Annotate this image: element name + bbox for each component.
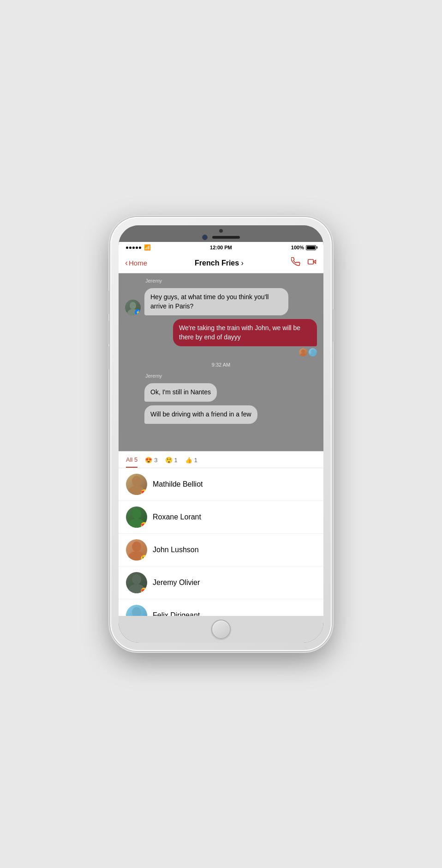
signal-dot <box>129 247 131 249</box>
user-name-mathilde: Mathilde Belliot <box>153 480 203 488</box>
reaction-emoji-jeremy: 😍 <box>140 588 147 593</box>
message-row-received-3: Will be driving with a friend in a few <box>125 405 317 424</box>
list-item[interactable]: 😲 John Lushson <box>119 534 323 567</box>
svg-rect-0 <box>308 259 314 264</box>
status-bar: 📶 12:00 PM 100% <box>119 242 323 253</box>
reactions-panel: All 5 😍 3 😲 1 👍 1 <box>119 451 323 616</box>
video-call-icon[interactable] <box>307 257 317 269</box>
home-button-area <box>119 616 323 643</box>
message-row-received-1: ⚡ Hey guys, at what time do you think yo… <box>125 288 317 315</box>
svg-point-2 <box>130 302 136 309</box>
wifi-icon: 📶 <box>144 244 151 251</box>
phone-top-bar <box>119 225 323 242</box>
svg-point-5 <box>300 353 306 356</box>
svg-point-8 <box>132 476 141 486</box>
message-bubble-received-1: Hey guys, at what time do you think you'… <box>144 288 288 315</box>
user-name-roxane: Roxane Lorant <box>153 513 201 521</box>
phone-frame: 📶 12:00 PM 100% ‹ Home French Fries › <box>110 217 332 651</box>
user-name-felix: Felix Dirigeant <box>153 611 200 616</box>
camera-dot <box>219 229 223 233</box>
tab-all[interactable]: All 5 <box>126 456 137 468</box>
tab-love[interactable]: 😍 3 <box>145 457 157 467</box>
battery-fill <box>307 246 315 249</box>
speaker-grille <box>212 236 240 239</box>
chat-area: Jeremy ⚡ Hey guys, at what time do you t… <box>119 273 323 451</box>
message-bubble-received-2: Ok, I'm still in Nantes <box>144 383 217 402</box>
receipt-avatar-1 <box>299 348 307 356</box>
battery-percent: 100% <box>291 245 304 250</box>
nav-icons <box>291 257 317 269</box>
message-bubble-received-3: Will be driving with a friend in a few <box>144 405 257 424</box>
reaction-emoji-mathilde: 😍 <box>140 489 147 495</box>
nav-title: French Fries › <box>195 259 244 267</box>
signal-dot <box>132 247 135 249</box>
user-name-john: John Lushson <box>153 546 199 554</box>
avatar-mathilde: 😍 <box>126 474 147 495</box>
list-item[interactable]: 😍 Mathilde Belliot <box>119 468 323 501</box>
svg-point-16 <box>132 607 141 616</box>
love-emoji: 😍 <box>145 457 152 464</box>
thumbs-emoji: 👍 <box>185 457 192 464</box>
user-name-jeremy: Jeremy Olivier <box>153 579 200 587</box>
avatar-felix: 👍 <box>126 605 147 616</box>
speaker-camera-row <box>202 235 240 240</box>
reaction-emoji-roxane: 😍 <box>140 522 147 528</box>
chevron-left-icon: ‹ <box>125 258 128 268</box>
back-button[interactable]: ‹ Home <box>125 258 147 268</box>
list-item[interactable]: 😍 Roxane Lorant <box>119 501 323 534</box>
home-button[interactable] <box>211 620 231 639</box>
receipt-avatar-2 <box>309 348 317 356</box>
avatar-john: 😲 <box>126 539 147 561</box>
messenger-badge: ⚡ <box>135 309 141 315</box>
avatar-roxane: 😍 <box>126 506 147 528</box>
phone-screen: 📶 12:00 PM 100% ‹ Home French Fries › <box>119 225 323 643</box>
reaction-list: 😍 Mathilde Belliot 😍 Roxane Lorant <box>119 468 323 616</box>
svg-point-7 <box>310 353 316 356</box>
message-row-sent-1: We're taking the train with John, we wil… <box>125 319 317 346</box>
back-label[interactable]: Home <box>129 259 147 267</box>
timestamp-1: 9:32 AM <box>125 362 317 368</box>
avatar-jeremy: ⚡ <box>125 300 141 315</box>
nav-bar: ‹ Home French Fries › <box>119 253 323 273</box>
svg-point-6 <box>311 350 315 353</box>
list-item[interactable]: 👍 Felix Dirigeant <box>119 599 323 616</box>
svg-point-12 <box>132 542 141 552</box>
reaction-emoji-john: 😲 <box>140 555 147 561</box>
signal-dot <box>126 247 128 249</box>
battery-icon <box>306 245 316 250</box>
svg-point-10 <box>132 509 141 519</box>
tab-thumbs[interactable]: 👍 1 <box>185 457 197 467</box>
wow-emoji: 😲 <box>165 457 173 464</box>
read-receipts <box>125 348 317 356</box>
phone-call-icon[interactable] <box>291 257 300 269</box>
signal-dot <box>136 247 138 249</box>
message-row-received-2: Ok, I'm still in Nantes <box>125 383 317 402</box>
front-camera-icon <box>202 235 208 240</box>
status-time: 12:00 PM <box>210 245 232 250</box>
sender-label-2: Jeremy <box>145 373 317 379</box>
svg-point-4 <box>301 350 305 353</box>
reactions-tabs: All 5 😍 3 😲 1 👍 1 <box>119 452 323 468</box>
avatar-jeremy-reaction: 😍 <box>126 572 147 593</box>
svg-point-14 <box>132 574 141 585</box>
message-bubble-sent-1: We're taking the train with John, we wil… <box>173 319 317 346</box>
sender-label-1: Jeremy <box>145 278 317 283</box>
battery-area: 100% <box>291 245 316 250</box>
signal-area: 📶 <box>126 244 151 251</box>
list-item[interactable]: 😍 Jeremy Olivier <box>119 567 323 599</box>
tab-wow[interactable]: 😲 1 <box>165 457 178 467</box>
signal-dot <box>139 247 141 249</box>
